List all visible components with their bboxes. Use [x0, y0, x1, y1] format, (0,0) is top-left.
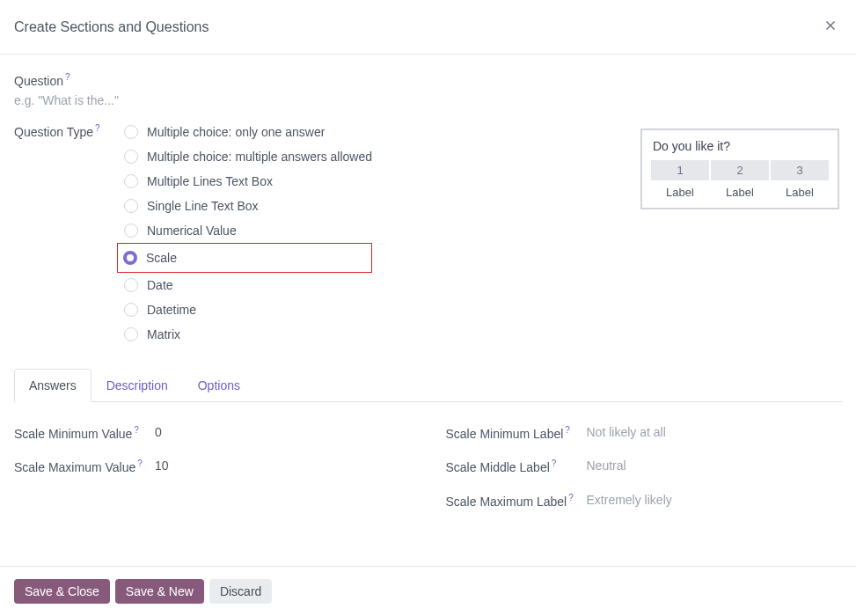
save-close-button[interactable]: Save & Close — [14, 579, 110, 604]
tab-content-answers: Scale Minimum Value? 0 Scale Maximum Val… — [14, 402, 842, 532]
scale-min-value-field: Scale Minimum Value? 0 — [14, 423, 411, 444]
radio-icon — [124, 303, 138, 317]
radio-scale-highlight: Scale — [117, 243, 372, 273]
preview-scale-item: 2 Label — [711, 160, 769, 199]
modal-title: Create Sections and Questions — [14, 19, 209, 35]
question-label-text: Question — [14, 74, 63, 88]
radio-single-line-text[interactable]: Single Line Text Box — [124, 194, 372, 218]
radio-icon — [124, 174, 138, 188]
preview-scale-num: 2 — [711, 160, 769, 180]
question-type-label: Question Type? — [14, 120, 124, 139]
label-text: Scale Maximum Value — [14, 460, 135, 474]
radio-label: Multiple choice: multiple answers allowe… — [147, 150, 372, 164]
radio-icon — [124, 150, 138, 164]
radio-label: Multiple Lines Text Box — [147, 174, 273, 188]
scale-min-label-input[interactable]: Not likely at all — [587, 423, 666, 439]
scale-mid-label-label: Scale Middle Label? — [446, 457, 587, 477]
help-icon[interactable]: ? — [565, 425, 570, 435]
close-button[interactable] — [819, 14, 842, 40]
help-icon[interactable]: ? — [568, 493, 574, 502]
close-icon — [823, 18, 838, 33]
radio-matrix[interactable]: Matrix — [124, 322, 372, 347]
radio-label: Date — [147, 278, 173, 292]
scale-min-value-label: Scale Minimum Value? — [14, 423, 155, 444]
question-type-row: Question Type? Multiple choice: only one… — [14, 120, 842, 347]
label-text: Scale Middle Label — [446, 460, 550, 474]
modal-header: Create Sections and Questions — [0, 0, 856, 55]
label-text: Scale Maximum Label — [446, 495, 567, 509]
scale-min-value-input[interactable]: 0 — [155, 423, 162, 439]
question-label: Question? — [14, 69, 124, 88]
tab-options[interactable]: Options — [183, 369, 255, 402]
radio-label: Datetime — [147, 303, 196, 317]
question-field: Question? — [14, 69, 842, 113]
question-input[interactable] — [14, 88, 842, 113]
radio-label: Scale — [146, 251, 177, 265]
preview-scale-num: 1 — [651, 160, 709, 180]
radio-date[interactable]: Date — [124, 273, 372, 297]
tab-description[interactable]: Description — [91, 369, 183, 402]
save-new-button[interactable]: Save & New — [115, 579, 204, 604]
radio-icon — [124, 125, 138, 139]
radio-icon — [124, 327, 138, 341]
scale-max-label-field: Scale Maximum Label? Extremely likely — [446, 491, 843, 511]
radio-datetime[interactable]: Datetime — [124, 297, 372, 322]
scale-mid-label-input[interactable]: Neutral — [587, 457, 626, 473]
radio-numerical[interactable]: Numerical Value — [124, 218, 372, 243]
preview-scale-num: 3 — [771, 160, 829, 180]
radio-multiple-choice-one[interactable]: Multiple choice: only one answer — [124, 120, 372, 144]
help-icon[interactable]: ? — [552, 458, 557, 468]
scale-mid-label-field: Scale Middle Label? Neutral — [446, 457, 843, 477]
radio-multi-line-text[interactable]: Multiple Lines Text Box — [124, 169, 372, 194]
scale-max-value-field: Scale Maximum Value? 10 — [14, 457, 411, 477]
scale-max-value-label: Scale Maximum Value? — [14, 457, 155, 477]
label-text: Scale Minimum Label — [446, 426, 564, 440]
modal-footer: Save & Close Save & New Discard — [0, 566, 856, 616]
radio-label: Single Line Text Box — [147, 199, 259, 213]
radio-label: Multiple choice: only one answer — [147, 125, 325, 139]
answers-left-column: Scale Minimum Value? 0 Scale Maximum Val… — [14, 423, 411, 525]
radio-label: Numerical Value — [147, 224, 237, 238]
question-type-options: Multiple choice: only one answer Multipl… — [124, 120, 372, 347]
answers-right-column: Scale Minimum Label? Not likely at all S… — [446, 423, 843, 525]
help-icon[interactable]: ? — [95, 123, 100, 133]
discard-button[interactable]: Discard — [209, 579, 272, 604]
radio-label: Matrix — [147, 327, 180, 341]
scale-min-label-field: Scale Minimum Label? Not likely at all — [446, 423, 843, 444]
radio-scale[interactable]: Scale — [123, 246, 301, 270]
radio-icon — [124, 224, 138, 238]
preview-scale-label: Label — [651, 186, 709, 199]
preview-scale-label: Label — [771, 186, 829, 199]
modal-body: Question? Question Type? Multiple choice… — [0, 55, 856, 566]
radio-icon — [124, 199, 138, 213]
help-icon[interactable]: ? — [137, 458, 143, 468]
preview-scale-item: 1 Label — [651, 160, 709, 199]
help-icon[interactable]: ? — [65, 72, 70, 82]
tab-answers[interactable]: Answers — [14, 369, 91, 402]
label-text: Scale Minimum Value — [14, 426, 132, 440]
scale-max-label-label: Scale Maximum Label? — [446, 491, 587, 511]
scale-max-label-input[interactable]: Extremely likely — [587, 491, 672, 507]
preview-scale: 1 Label 2 Label 3 Label — [651, 160, 829, 199]
scale-max-value-input[interactable]: 10 — [155, 457, 169, 473]
question-type-label-text: Question Type — [14, 124, 93, 138]
scale-preview-card: Do you like it? 1 Label 2 Label 3 Label — [640, 128, 839, 209]
help-icon[interactable]: ? — [134, 425, 139, 435]
radio-multiple-choice-many[interactable]: Multiple choice: multiple answers allowe… — [124, 144, 372, 169]
preview-scale-item: 3 Label — [771, 160, 829, 199]
preview-question: Do you like it? — [651, 139, 829, 153]
preview-scale-label: Label — [711, 186, 769, 199]
radio-icon — [123, 251, 137, 265]
radio-icon — [124, 278, 138, 292]
scale-min-label-label: Scale Minimum Label? — [446, 423, 587, 444]
tabs: Answers Description Options — [14, 368, 842, 402]
